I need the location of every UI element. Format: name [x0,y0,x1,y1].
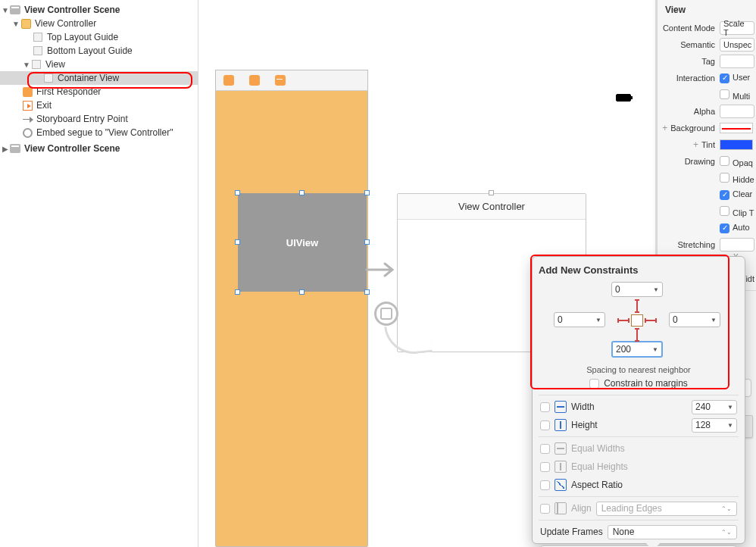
chevron-down-icon[interactable]: ▼ [727,422,733,429]
height-constraint-icon [555,419,567,431]
equal-widths-label: Equal Widths [571,443,737,454]
vc-toolbar-icon-2[interactable] [249,75,260,86]
align-select[interactable]: Leading Edges⌃⌄ [596,502,737,516]
height-value-field[interactable]: 128▼ [692,418,737,433]
scene-row-1[interactable]: ▼ View Controller Scene [0,3,198,17]
scene-label: View Controller Scene [24,5,120,15]
chevron-down-icon[interactable]: ▼ [653,286,659,293]
add-constraints-popover: Add New Constraints 0▼ 0▼ 0▼ 200▼ Spacin… [532,256,745,544]
chevron-down-icon[interactable]: ▼ [595,317,601,324]
width-value-field[interactable]: 240▼ [692,400,737,414]
embed-segue-row[interactable]: Embed segue to "View Controller" [0,126,198,139]
segue-connector-icon[interactable] [374,302,398,326]
disclosure-triangle-icon[interactable]: ▼ [23,61,30,69]
resize-handle[interactable] [235,289,240,295]
view-controller-row[interactable]: ▼ View Controller [0,17,198,30]
disclosure-triangle-icon[interactable]: ▼ [12,20,20,28]
strut-left-icon[interactable] [618,320,629,321]
chevron-down-icon[interactable]: ▼ [727,404,733,411]
background-color-well[interactable] [720,123,753,133]
tint-color-well[interactable] [720,139,753,150]
left-spacing-field[interactable]: 0▼ [554,312,605,327]
divider [539,395,739,395]
view-row[interactable]: ▼ View [0,58,198,71]
semantic-select[interactable]: Unspec [720,38,754,52]
strut-top-icon[interactable] [636,300,638,312]
top-spacing-field[interactable]: 0▼ [611,282,663,297]
battery-icon [616,94,631,102]
equal-heights-checkbox[interactable] [540,462,550,472]
device-frame[interactable] [215,70,368,547]
plus-icon[interactable]: + [690,139,701,150]
clears-label: Clear [733,189,752,198]
exit-row[interactable]: Exit [0,98,198,112]
hidden-checkbox[interactable] [720,173,729,183]
autoresize-checkbox[interactable] [720,223,729,233]
resize-handle[interactable] [299,190,305,195]
resize-handle[interactable] [364,239,370,245]
user-interaction-checkbox[interactable] [720,73,729,83]
update-frames-select[interactable]: None⌃⌄ [608,525,737,539]
equal-widths-row: Equal Widths [533,439,745,458]
aspect-ratio-checkbox[interactable] [540,480,550,490]
interaction-label: Interaction [658,73,720,83]
strut-bottom-icon[interactable] [636,329,638,341]
strut-right-icon[interactable] [645,320,656,321]
container-view-row[interactable]: Container View [0,71,198,85]
aspect-ratio-label: Aspect Ratio [571,480,737,490]
container-view-label: Container View [58,73,119,83]
resize-handle[interactable] [299,289,305,295]
disclosure-triangle-icon[interactable]: ▶ [2,145,9,153]
embedded-vc-title: View Controller [398,194,586,220]
first-responder-row[interactable]: First Responder [0,85,198,98]
vc-toolbar-icon-1[interactable] [223,75,234,86]
hidden-label: Hidde [733,175,754,184]
resize-handle[interactable] [489,190,494,195]
equal-widths-checkbox[interactable] [540,444,550,454]
height-label: Height [571,420,687,430]
plus-icon[interactable]: + [659,123,670,133]
updown-icon: ⌃⌄ [721,529,732,536]
embed-segue-icon [21,127,33,139]
disclosure-triangle-icon[interactable]: ▼ [2,6,9,14]
stretching-field[interactable] [720,238,754,252]
resize-handle[interactable] [235,190,240,195]
clip-label: Clip T [733,208,754,217]
interaction-user-label: User [733,73,750,82]
multitouch-row: Multi [658,86,756,103]
bottom-layout-guide-row[interactable]: Bottom Layout Guide [0,44,198,58]
aspect-ratio-row: Aspect Ratio [533,476,745,494]
constrain-margins-row: Constrain to margins [533,374,745,392]
uiview-selected[interactable]: UIView [238,193,367,292]
opaque-checkbox[interactable] [720,156,729,166]
resize-handle[interactable] [364,289,370,295]
align-label: Align [571,503,592,514]
constrain-margins-checkbox[interactable] [589,379,599,389]
alpha-label: Alpha [658,107,720,116]
resize-handle[interactable] [364,190,370,195]
align-checkbox[interactable] [540,504,550,514]
width-constraint-checkbox[interactable] [540,402,550,412]
entry-point-row[interactable]: Storyboard Entry Point [0,112,198,126]
multitouch-checkbox[interactable] [720,89,729,99]
tag-field[interactable] [720,55,754,68]
chevron-down-icon[interactable]: ▼ [652,346,658,353]
height-constraint-checkbox[interactable] [540,420,550,430]
clip-checkbox[interactable] [720,206,729,216]
content-mode-select[interactable]: Scale T [720,21,754,35]
arrow-right-icon [21,113,33,125]
view-label: View [45,59,65,70]
right-spacing-field[interactable]: 0▼ [669,312,720,327]
align-row: Align Leading Edges⌃⌄ [533,499,745,517]
scene-row-2[interactable]: ▶ View Controller Scene [0,142,198,155]
vc-toolbar-icon-3[interactable] [275,75,286,86]
segue-arrow-icon [367,261,398,279]
top-layout-guide-row[interactable]: Top Layout Guide [0,30,198,44]
equal-heights-label: Equal Heights [571,461,737,472]
align-icon [555,502,567,514]
bottom-spacing-field[interactable]: 200▼ [611,341,663,358]
resize-handle[interactable] [235,239,240,245]
clears-checkbox[interactable] [720,190,729,200]
alpha-field[interactable] [720,105,754,118]
chevron-down-icon[interactable]: ▼ [711,317,717,324]
